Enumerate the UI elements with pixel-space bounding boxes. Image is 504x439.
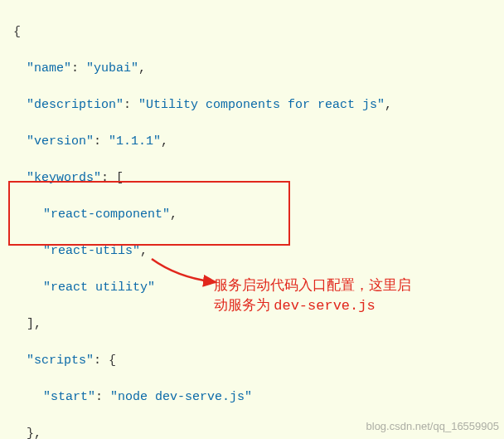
bracket-close: ], (27, 317, 41, 331)
brace-close: }, (27, 427, 41, 439)
json-key: "scripts" (27, 354, 94, 368)
json-key: "keywords" (27, 171, 101, 185)
json-value: "yubai" (86, 61, 138, 76)
json-value: "1.1.1" (109, 134, 161, 149)
brace-open: { (13, 25, 21, 39)
json-key: "name" (27, 61, 71, 76)
json-key: "description" (27, 98, 124, 112)
json-value: "Utility components for react js" (138, 98, 385, 112)
annotation-line: 服务启动代码入口配置，这里启 (214, 277, 411, 293)
json-value: "react-utils" (43, 244, 140, 258)
annotation-line: 动服务为 (214, 297, 274, 313)
bracket-open: [ (116, 171, 124, 185)
annotation-text: 服务启动代码入口配置，这里启 动服务为 dev-serve.js (214, 276, 496, 316)
json-key: "version" (27, 134, 94, 149)
json-value: "react-component" (43, 207, 170, 222)
json-key: "start" (43, 390, 95, 404)
annotation-code: dev-serve.js (274, 298, 375, 314)
brace-open: { (109, 354, 116, 368)
watermark-text: blog.csdn.net/qq_16559905 (366, 417, 499, 436)
json-value: "react utility" (43, 280, 155, 295)
json-value: "node dev-serve.js" (110, 390, 252, 404)
code-block: { "name": "yubai", "description": "Utili… (0, 0, 504, 439)
